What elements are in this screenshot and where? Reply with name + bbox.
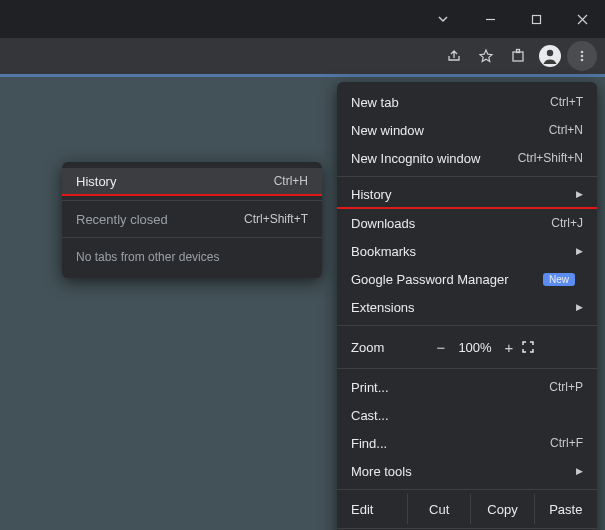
svg-point-4 (547, 50, 553, 56)
submenu-recently-closed[interactable]: Recently closedCtrl+Shift+T (62, 205, 322, 233)
menu-label: Cast... (351, 408, 389, 423)
svg-rect-3 (517, 50, 520, 53)
menu-label: History (351, 187, 391, 202)
menu-cast[interactable]: Cast... (337, 401, 597, 429)
submenu-arrow-icon: ▶ (576, 246, 583, 256)
menu-label: Extensions (351, 300, 415, 315)
menu-zoom-row: Zoom − 100% + (337, 330, 597, 364)
kebab-menu-icon[interactable] (567, 41, 597, 71)
menu-history[interactable]: History▶ (337, 181, 597, 209)
submenu-no-tabs-text: No tabs from other devices (62, 242, 322, 272)
menu-label: New tab (351, 95, 399, 110)
svg-point-5 (581, 51, 584, 54)
minimize-button[interactable] (467, 0, 513, 38)
main-overflow-menu: New tabCtrl+T New windowCtrl+N New Incog… (337, 82, 597, 530)
shortcut-text: Ctrl+Shift+T (244, 212, 308, 226)
menu-separator (337, 528, 597, 529)
menu-label: History (76, 174, 116, 189)
zoom-label: Zoom (351, 340, 429, 355)
fullscreen-icon[interactable] (521, 340, 549, 354)
submenu-history[interactable]: HistoryCtrl+H (62, 168, 322, 196)
zoom-value: 100% (453, 340, 497, 355)
extensions-puzzle-icon[interactable] (503, 41, 533, 71)
submenu-arrow-icon: ▶ (576, 302, 583, 312)
menu-edit-row: Edit Cut Copy Paste (337, 494, 597, 524)
shortcut-text: Ctrl+P (549, 380, 583, 394)
submenu-arrow-icon: ▶ (576, 466, 583, 476)
menu-more-tools[interactable]: More tools▶ (337, 457, 597, 485)
menu-separator (62, 200, 322, 201)
menu-extensions[interactable]: Extensions▶ (337, 293, 597, 321)
svg-rect-2 (513, 52, 523, 61)
tab-search-chevron-icon[interactable] (423, 4, 463, 34)
menu-password-manager[interactable]: Google Password ManagerNew (337, 265, 597, 293)
menu-label: More tools (351, 464, 412, 479)
window-titlebar (0, 0, 605, 38)
shortcut-text: Ctrl+Shift+N (518, 151, 583, 165)
edit-copy-button[interactable]: Copy (470, 494, 533, 524)
menu-label: Bookmarks (351, 244, 416, 259)
share-icon[interactable] (439, 41, 469, 71)
menu-new-tab[interactable]: New tabCtrl+T (337, 88, 597, 116)
bookmark-star-icon[interactable] (471, 41, 501, 71)
profile-avatar-icon[interactable] (535, 41, 565, 71)
menu-downloads[interactable]: DownloadsCtrl+J (337, 209, 597, 237)
menu-separator (337, 176, 597, 177)
shortcut-text: Ctrl+J (551, 216, 583, 230)
menu-new-incognito[interactable]: New Incognito windowCtrl+Shift+N (337, 144, 597, 172)
menu-separator (337, 489, 597, 490)
menu-separator (337, 368, 597, 369)
close-button[interactable] (559, 0, 605, 38)
menu-find[interactable]: Find...Ctrl+F (337, 429, 597, 457)
menu-label: Print... (351, 380, 389, 395)
shortcut-text: Ctrl+N (549, 123, 583, 137)
menu-bookmarks[interactable]: Bookmarks▶ (337, 237, 597, 265)
edit-label: Edit (337, 502, 407, 517)
menu-label: Find... (351, 436, 387, 451)
menu-label: Downloads (351, 216, 415, 231)
maximize-button[interactable] (513, 0, 559, 38)
svg-point-7 (581, 59, 584, 62)
new-badge: New (543, 273, 575, 286)
edit-paste-button[interactable]: Paste (534, 494, 597, 524)
browser-toolbar (0, 38, 605, 74)
menu-label: New window (351, 123, 424, 138)
shortcut-text: Ctrl+T (550, 95, 583, 109)
menu-new-window[interactable]: New windowCtrl+N (337, 116, 597, 144)
zoom-out-button[interactable]: − (429, 339, 453, 356)
menu-label: New Incognito window (351, 151, 480, 166)
svg-rect-1 (532, 15, 540, 23)
edit-cut-button[interactable]: Cut (407, 494, 470, 524)
menu-label: Google Password Manager (351, 272, 509, 287)
svg-point-6 (581, 55, 584, 58)
menu-separator (62, 237, 322, 238)
menu-separator (337, 325, 597, 326)
zoom-in-button[interactable]: + (497, 339, 521, 356)
menu-print[interactable]: Print...Ctrl+P (337, 373, 597, 401)
shortcut-text: Ctrl+F (550, 436, 583, 450)
history-submenu: HistoryCtrl+H Recently closedCtrl+Shift+… (62, 162, 322, 278)
shortcut-text: Ctrl+H (274, 174, 308, 188)
menu-label: Recently closed (76, 212, 168, 227)
submenu-arrow-icon: ▶ (576, 189, 583, 199)
